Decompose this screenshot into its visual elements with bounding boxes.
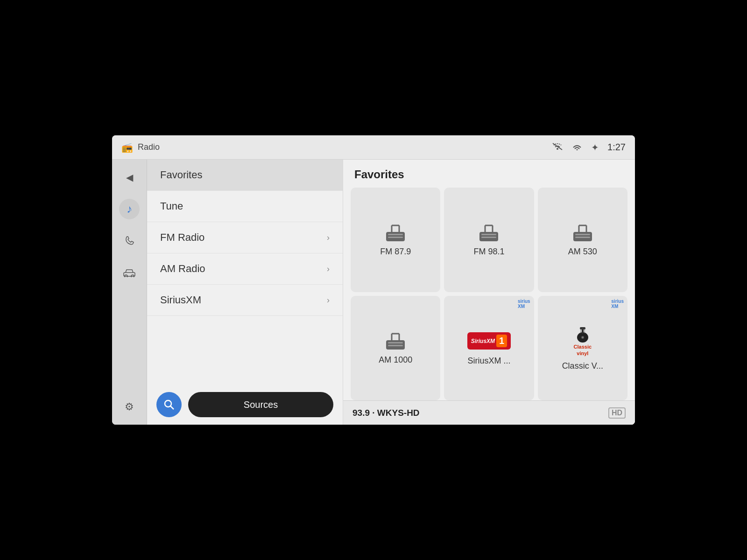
menu-item-favorites[interactable]: Favorites <box>147 160 343 191</box>
main-content: ◀ ♪ ⚙ Favorites <box>112 160 635 425</box>
fav-label-classic-vinyl: Classic V... <box>562 361 603 371</box>
svg-rect-9 <box>388 237 403 238</box>
fav-card-fm-87-9[interactable]: FM 87.9 <box>351 188 440 292</box>
siriusxm-badge: siriusXM <box>518 299 530 309</box>
siriusxm-hits-logo: SiriusXM 1 <box>467 331 511 351</box>
menu-am-radio-label: AM Radio <box>160 263 205 275</box>
classic-vinyl-badge: siriusXM <box>611 299 624 309</box>
fav-card-siriusxm-hits[interactable]: siriusXM SiriusXM 1 SiriusXM ... <box>444 296 534 400</box>
svg-rect-15 <box>575 237 590 238</box>
fav-card-classic-vinyl[interactable]: siriusXM <box>538 296 627 400</box>
radio-icon: 📻 <box>121 142 133 153</box>
svg-rect-11 <box>481 234 496 235</box>
search-button[interactable] <box>156 392 182 417</box>
fav-label-siriusxm-hits: SiriusXM ... <box>467 356 510 366</box>
svg-rect-2 <box>124 273 135 276</box>
status-bar: 93.9 · WKYS-HD HD <box>343 400 635 425</box>
menu-item-fm-radio[interactable]: FM Radio › <box>147 222 343 253</box>
page-title: Radio <box>138 142 160 152</box>
svg-point-0 <box>557 148 558 150</box>
svg-rect-12 <box>481 237 496 238</box>
menu-favorites-label: Favorites <box>160 169 202 181</box>
top-bar: 📻 Radio ✦ <box>112 135 635 160</box>
menu-item-am-radio[interactable]: AM Radio › <box>147 253 343 285</box>
am-radio-chevron-icon: › <box>327 264 330 274</box>
menu-fm-radio-label: FM Radio <box>160 231 204 244</box>
car-display-screen: 📻 Radio ✦ <box>112 135 635 425</box>
fav-label-fm-98-1: FM 98.1 <box>473 247 504 257</box>
left-menu: Favorites Tune FM Radio › AM Radio › Sir… <box>147 160 343 425</box>
music-nav-icon[interactable]: ♪ <box>119 199 140 219</box>
settings-nav-icon[interactable]: ⚙ <box>119 397 140 417</box>
menu-item-siriusxm[interactable]: SiriusXM › <box>147 285 343 316</box>
svg-rect-17 <box>388 342 403 343</box>
svg-rect-18 <box>388 345 403 346</box>
menu-item-tune[interactable]: Tune <box>147 191 343 222</box>
back-nav-icon[interactable]: ◀ <box>119 167 140 188</box>
hd-badge: HD <box>608 407 626 419</box>
favorites-grid: FM 87.9 FM 98.1 <box>343 188 635 400</box>
current-station: 93.9 · WKYS-HD <box>352 408 420 418</box>
classic-vinyl-logo: Classicvinyl <box>571 325 594 356</box>
favorites-heading: Favorites <box>343 160 635 188</box>
svg-rect-14 <box>575 234 590 235</box>
fm-radio-chevron-icon: › <box>327 233 330 243</box>
siriusxm-chevron-icon: › <box>327 295 330 305</box>
fav-card-am-530[interactable]: AM 530 <box>538 188 627 292</box>
fav-card-fm-98-1[interactable]: FM 98.1 <box>444 188 534 292</box>
top-bar-right: ✦ 1:27 <box>552 141 626 153</box>
top-bar-left: 📻 Radio <box>121 142 160 153</box>
fav-label-fm-87-9: FM 87.9 <box>380 247 411 257</box>
svg-point-5 <box>165 400 171 407</box>
sources-button[interactable]: Sources <box>188 392 333 417</box>
svg-rect-8 <box>388 234 403 235</box>
wifi-off-icon <box>552 141 563 153</box>
signal-icon <box>571 142 583 153</box>
bluetooth-icon: ✦ <box>591 142 599 153</box>
svg-point-1 <box>577 149 578 151</box>
sidebar-icons: ◀ ♪ ⚙ <box>112 160 147 425</box>
menu-tune-label: Tune <box>160 200 183 212</box>
menu-siriusxm-label: SiriusXM <box>160 294 201 306</box>
fav-label-am-530: AM 530 <box>568 247 597 257</box>
phone-nav-icon[interactable] <box>119 231 140 251</box>
svg-point-26 <box>582 337 583 338</box>
menu-bottom-bar: Sources <box>147 385 343 425</box>
svg-line-6 <box>170 406 174 409</box>
fav-card-am-1000[interactable]: AM 1000 <box>351 296 440 400</box>
right-content: Favorites FM 87.9 <box>343 160 635 425</box>
car-nav-icon[interactable] <box>119 262 140 283</box>
clock: 1:27 <box>607 142 626 153</box>
fav-label-am-1000: AM 1000 <box>379 355 412 365</box>
